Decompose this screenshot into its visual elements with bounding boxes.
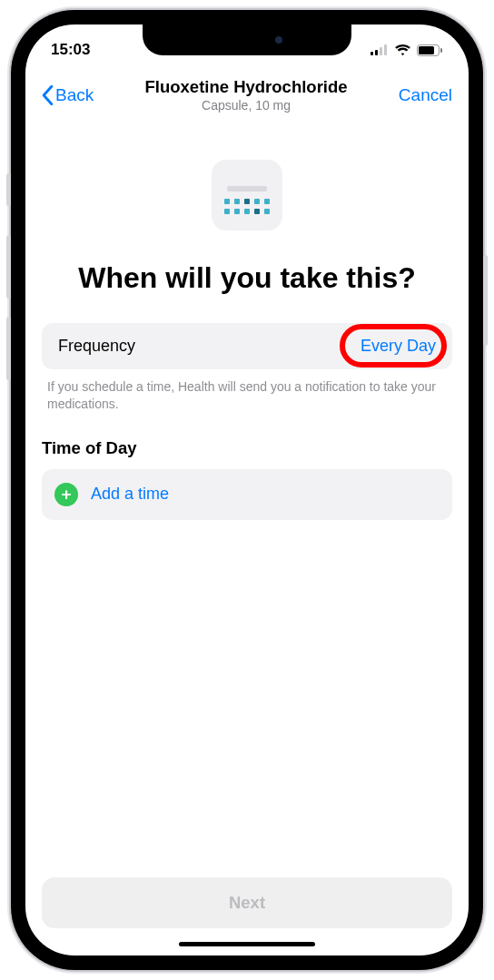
status-indicators	[370, 44, 443, 56]
time-of-day-heading: Time of Day	[42, 413, 452, 469]
schedule-illustration	[42, 120, 452, 261]
nav-title-block: Fluoxetine Hydrochloride Capsule, 10 mg	[94, 77, 399, 113]
wifi-icon	[394, 44, 411, 56]
chevron-left-icon	[42, 85, 54, 105]
next-button[interactable]: Next	[42, 877, 452, 928]
back-button[interactable]: Back	[42, 85, 94, 105]
battery-icon	[417, 44, 443, 56]
svg-rect-1	[375, 50, 378, 55]
add-time-button[interactable]: + Add a time	[42, 469, 452, 520]
add-time-label: Add a time	[91, 485, 169, 504]
cancel-button[interactable]: Cancel	[399, 85, 452, 105]
plus-icon: +	[54, 483, 78, 506]
home-indicator[interactable]	[179, 942, 315, 946]
back-label: Back	[55, 85, 94, 105]
svg-rect-6	[440, 48, 442, 53]
helper-text: If you schedule a time, Health will send…	[42, 369, 452, 413]
page-title: Fluoxetine Hydrochloride	[94, 77, 399, 97]
svg-rect-5	[419, 46, 434, 54]
svg-rect-3	[384, 44, 387, 55]
question-heading: When will you take this?	[42, 261, 452, 323]
page-subtitle: Capsule, 10 mg	[94, 98, 399, 113]
status-time: 15:03	[51, 41, 90, 59]
svg-rect-0	[370, 52, 373, 55]
cellular-icon	[370, 44, 389, 55]
frequency-value: Every Day	[361, 337, 436, 356]
frequency-label: Frequency	[58, 337, 135, 356]
frequency-row[interactable]: Frequency Every Day	[42, 323, 452, 369]
svg-rect-2	[380, 47, 382, 55]
